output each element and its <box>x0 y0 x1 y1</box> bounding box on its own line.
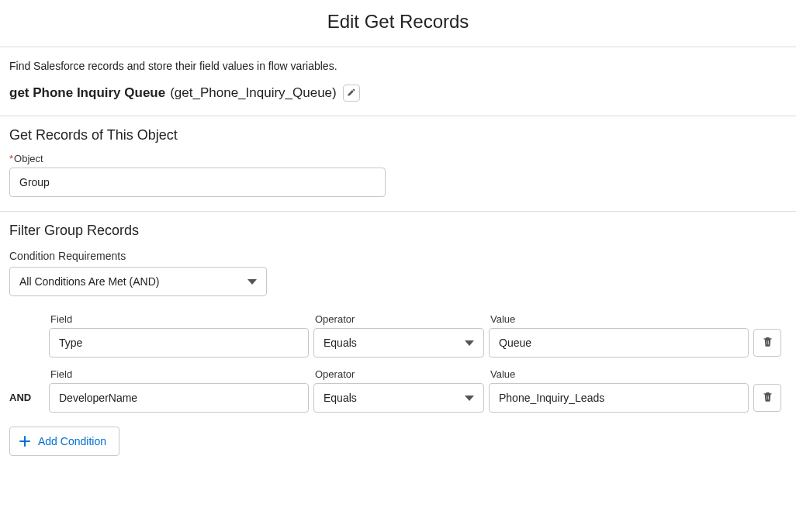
object-label-text: Object <box>14 153 43 164</box>
record-name-row: get Phone Inquiry Queue (get_Phone_Inqui… <box>0 80 796 116</box>
condition-logic-operator: AND <box>9 368 44 403</box>
record-label: get Phone Inquiry Queue <box>9 85 165 101</box>
condition-requirements-select[interactable]: All Conditions Are Met (AND) <box>9 267 267 296</box>
delete-condition-button[interactable] <box>753 329 781 357</box>
value-column-label: Value <box>489 368 749 380</box>
condition-operator-value: Equals <box>324 337 357 349</box>
condition-operator-select[interactable]: Equals <box>313 328 484 358</box>
delete-condition-button[interactable] <box>753 384 781 412</box>
object-field-label: *Object <box>9 153 787 164</box>
value-column-label: Value <box>489 313 749 325</box>
edit-record-name-button[interactable] <box>343 85 360 102</box>
condition-logic-operator <box>9 313 44 337</box>
record-api-name: (get_Phone_Inquiry_Queue) <box>170 85 337 101</box>
object-input-value: Group <box>19 176 50 188</box>
condition-requirements-label: Condition Requirements <box>9 250 787 262</box>
chevron-down-icon <box>247 279 257 285</box>
operator-column-label: Operator <box>313 368 484 380</box>
add-condition-button[interactable]: Add Condition <box>9 427 119 456</box>
condition-row: AND Field DeveloperName Operator Equals … <box>9 368 787 413</box>
chevron-down-icon <box>465 340 474 346</box>
section-title-filter: Filter Group Records <box>0 212 796 245</box>
section-title-object: Get Records of This Object <box>0 116 796 150</box>
condition-field-input[interactable]: DeveloperName <box>49 383 309 413</box>
condition-field-value: Type <box>59 337 82 349</box>
required-asterisk: * <box>9 153 13 164</box>
operator-column-label: Operator <box>313 313 484 325</box>
condition-value-text: Queue <box>499 337 531 349</box>
description-text: Find Salesforce records and store their … <box>0 47 796 80</box>
field-column-label: Field <box>49 368 309 380</box>
condition-operator-value: Equals <box>324 392 357 404</box>
condition-operator-select[interactable]: Equals <box>313 383 484 413</box>
plus-icon <box>19 436 30 447</box>
trash-icon <box>762 391 774 406</box>
object-input[interactable]: Group <box>9 168 386 197</box>
condition-value-text: Phone_Inquiry_Leads <box>499 392 604 404</box>
condition-value-input[interactable]: Phone_Inquiry_Leads <box>489 383 749 413</box>
condition-row: Field Type Operator Equals Value Queue <box>9 313 787 358</box>
add-condition-label: Add Condition <box>38 435 106 447</box>
field-column-label: Field <box>49 313 309 325</box>
trash-icon <box>762 336 774 351</box>
page-title: Edit Get Records <box>0 0 796 47</box>
condition-field-value: DeveloperName <box>59 392 137 404</box>
condition-value-input[interactable]: Queue <box>489 328 749 358</box>
chevron-down-icon <box>465 396 474 401</box>
pencil-icon <box>347 85 356 101</box>
condition-field-input[interactable]: Type <box>49 328 309 358</box>
condition-requirements-value: All Conditions Are Met (AND) <box>19 275 160 288</box>
